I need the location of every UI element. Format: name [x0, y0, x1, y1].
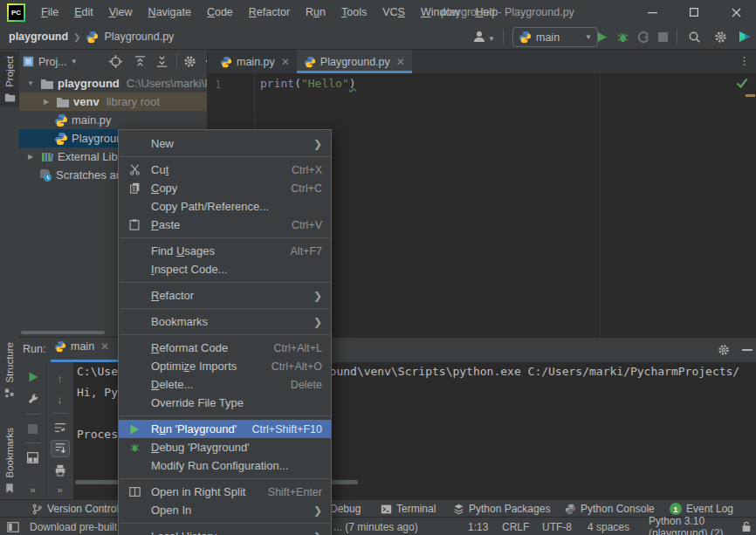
run-button[interactable] [596, 31, 608, 43]
toolwindow-terminal[interactable]: Terminal [381, 500, 436, 518]
caret-position[interactable]: 1:13 [468, 518, 488, 535]
interpreter-indicator[interactable]: Python 3.10 (playground) (2) [649, 518, 756, 535]
line-ending-indicator[interactable]: CRLF [502, 518, 529, 535]
menu-item-new[interactable]: New ❯ [119, 134, 331, 153]
tool-stripe-structure[interactable]: Structure [0, 338, 19, 402]
maximize-button[interactable] [674, 0, 714, 24]
toolwindow-debug[interactable]: Debug [330, 500, 361, 518]
menu-item-copy[interactable]: Copy Ctrl+C [119, 179, 331, 197]
menu-item-refactor[interactable]: Refactor ❯ [119, 286, 331, 305]
breadcrumb-project[interactable]: playground [9, 31, 68, 43]
user-account-button[interactable] [472, 30, 486, 44]
tab-close-icon[interactable]: ✕ [396, 56, 405, 68]
up-stack-trace-button[interactable]: ↑ [52, 371, 69, 387]
menu-refactor[interactable]: Refactor [241, 0, 298, 24]
print-button[interactable] [52, 463, 69, 478]
structure-stripe-label: Structure [4, 342, 15, 383]
menu-item-paste[interactable]: Paste Ctrl+V [119, 216, 331, 234]
chevron-down-icon: ▼ [488, 35, 495, 43]
tab-close-icon[interactable]: ✕ [100, 340, 109, 353]
tool-stripe-project[interactable]: Project [0, 51, 19, 107]
menu-code[interactable]: Code [199, 0, 241, 24]
tree-row-venv[interactable]: ▶ venv library root [19, 93, 207, 111]
toolwindow-version-control[interactable]: Version Control [31, 500, 119, 518]
more-actions-button[interactable]: » [24, 481, 42, 497]
select-opened-file-button[interactable] [109, 55, 122, 68]
run-panel-settings-button[interactable] [718, 344, 730, 356]
indent-indicator[interactable]: 4 spaces [588, 518, 629, 535]
stop-button[interactable] [658, 32, 668, 42]
run-tab-main[interactable]: main ✕ [54, 340, 109, 353]
menu-item-modify-run-configuration[interactable]: Modify Run Configuration... [119, 456, 331, 475]
menu-item-delete[interactable]: Delete... Delete [119, 375, 331, 394]
menu-item-reformat-code[interactable]: Reformat Code Ctrl+Alt+L [119, 339, 331, 357]
menu-edit[interactable]: Edit [66, 0, 101, 24]
search-everywhere-button[interactable] [688, 31, 701, 44]
down-stack-trace-button[interactable]: ↓ [52, 392, 69, 408]
project-view-selector[interactable]: Proj... [38, 56, 67, 68]
menu-item-debug-playground[interactable]: Debug 'Playground' [119, 438, 331, 456]
toolwindow-toggle-icon[interactable] [7, 518, 19, 535]
menu-item-inspect-code[interactable]: Inspect Code... [119, 260, 331, 278]
breadcrumb-file[interactable]: Playground.py [104, 31, 174, 43]
chevron-collapsed-icon[interactable]: ▶ [40, 98, 52, 106]
tool-stripe-bookmarks[interactable]: Bookmarks [0, 423, 19, 498]
tab-close-icon[interactable]: ✕ [281, 56, 290, 68]
tab-main-py[interactable]: main.py ✕ [213, 50, 297, 73]
menu-item-override-file-type[interactable]: Override File Type [119, 394, 331, 412]
menu-vcs[interactable]: VCS [375, 0, 413, 24]
project-settings-button[interactable] [183, 55, 196, 68]
run-configuration-selector[interactable]: main ▼ [512, 27, 598, 47]
tab-options-kebab-icon[interactable]: ⋮ [739, 54, 750, 67]
profiler-button[interactable] [637, 31, 650, 44]
run-settings-wrench-button[interactable] [24, 391, 42, 408]
code-with-me-button[interactable] [738, 30, 752, 44]
menu-item-label: Inspect Code... [151, 263, 227, 276]
menu-run[interactable]: Run [298, 0, 333, 24]
status-message-end[interactable]: ... (7 minutes ago) [333, 518, 418, 535]
menu-item-copy-path[interactable]: Copy Path/Reference... [119, 197, 331, 216]
scrollbar-warning-mark [746, 94, 755, 97]
menu-item-find-usages[interactable]: Find Usages Alt+F7 [119, 242, 331, 260]
menu-view[interactable]: View [101, 0, 141, 24]
menu-item-run-playground[interactable]: Run 'Playground' Ctrl+Shift+F10 [119, 420, 331, 438]
tree-row-playground[interactable]: ▼ playground C:\Users\marki\Pych [19, 74, 207, 93]
menu-item-open-in[interactable]: Open In ❯ [119, 501, 331, 519]
menu-file[interactable]: File [33, 0, 66, 24]
rerun-button[interactable] [24, 369, 42, 386]
menu-item-bookmarks[interactable]: Bookmarks ❯ [119, 312, 331, 331]
menu-item-local-history[interactable]: Local History ❯ [119, 527, 331, 535]
menu-navigate[interactable]: Navigate [141, 0, 199, 24]
readonly-lock-icon[interactable] [741, 518, 752, 535]
status-message-start[interactable]: Download pre-built s [30, 518, 125, 535]
debug-button[interactable] [616, 31, 629, 44]
code-token: ( [294, 77, 301, 90]
project-horizontal-scrollbar[interactable] [21, 331, 105, 334]
scroll-to-end-button[interactable] [51, 440, 70, 457]
chevron-collapsed-icon[interactable]: ▶ [24, 153, 37, 161]
toolwindow-python-console[interactable]: Python Console [565, 500, 655, 518]
settings-button[interactable] [714, 31, 727, 44]
code-line[interactable]: print("Hello") [260, 77, 356, 90]
menu-item-open-in-right-split[interactable]: Open in Right Split Shift+Enter [119, 483, 331, 501]
stop-button[interactable] [24, 421, 42, 437]
expand-all-button[interactable] [134, 55, 147, 68]
minimize-button[interactable] [632, 0, 672, 24]
menu-tools[interactable]: Tools [333, 0, 375, 24]
close-icon [732, 8, 741, 17]
restore-layout-button[interactable] [24, 449, 42, 466]
collapse-all-button[interactable] [155, 55, 168, 68]
tree-row-main-py[interactable]: main.py [19, 111, 207, 129]
soft-wrap-button[interactable] [52, 420, 69, 436]
toolwindow-label: Debug [330, 503, 361, 515]
more-options-button[interactable]: » [52, 482, 69, 497]
toolwindow-python-packages[interactable]: Python Packages [453, 500, 550, 518]
close-button[interactable] [716, 0, 756, 24]
chevron-expanded-icon[interactable]: ▼ [24, 79, 37, 87]
hide-panel-button[interactable] [742, 349, 753, 351]
menu-item-cut[interactable]: Cut Ctrl+X [119, 161, 331, 179]
menu-item-optimize-imports[interactable]: Optimize Imports Ctrl+Alt+O [119, 357, 331, 375]
tab-playground-py[interactable]: Playground.py ✕ [297, 50, 412, 73]
inspections-ok-icon[interactable] [736, 78, 748, 88]
encoding-indicator[interactable]: UTF-8 [542, 518, 572, 535]
